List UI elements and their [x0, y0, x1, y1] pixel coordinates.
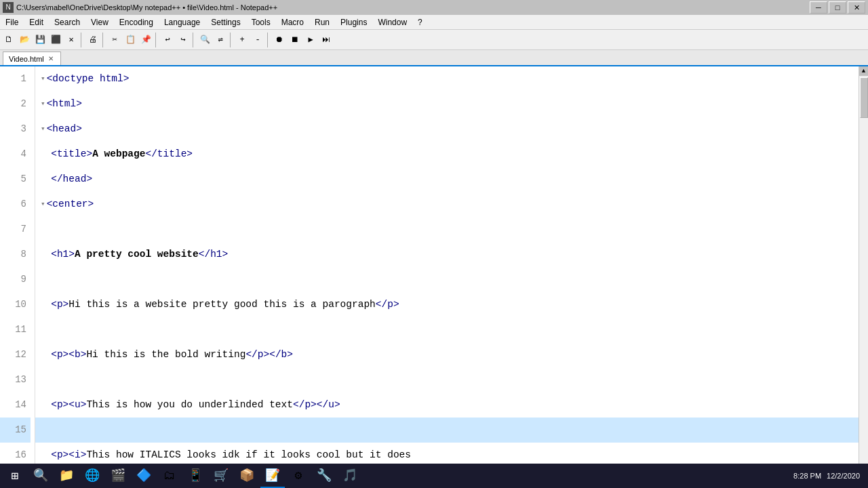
maximize-button[interactable]: □ — [829, 1, 846, 14]
fold-14 — [41, 392, 50, 418]
line-4-content: <title>A webpage</title> — [51, 142, 193, 167]
code-line-4[interactable]: <title>A webpage</title> — [35, 142, 859, 167]
fold-11 — [41, 317, 50, 342]
code-line-3[interactable]: ▾ <head> — [35, 117, 859, 142]
fold-15 — [41, 418, 50, 443]
toolbar-macro-rec[interactable]: ⏺ — [272, 33, 287, 47]
toolbar-cut[interactable]: ✂ — [107, 33, 122, 47]
code-line-2[interactable]: ▾ <html> — [35, 92, 859, 117]
minimize-button[interactable]: ─ — [810, 1, 827, 14]
menu-run[interactable]: Run — [309, 15, 335, 30]
tab-video-html[interactable]: Video.html ✕ — [3, 52, 61, 65]
toolbar-save-all[interactable]: ⬛ — [48, 33, 63, 47]
vertical-scrollbar[interactable]: ▲ — [859, 66, 868, 472]
start-button[interactable]: ⊞ — [3, 464, 27, 488]
menu-view[interactable]: View — [85, 15, 114, 30]
fold-1[interactable]: ▾ — [41, 66, 45, 92]
menu-help[interactable]: ? — [412, 15, 428, 30]
line-num-2: 2 — [0, 92, 31, 117]
toolbar-paste[interactable]: 📌 — [138, 33, 153, 47]
taskbar-app13[interactable]: 🎵 — [338, 464, 362, 488]
toolbar-macro-stop[interactable]: ⏹ — [288, 33, 302, 47]
menu-encoding[interactable]: Encoding — [114, 15, 159, 30]
scroll-up-btn[interactable]: ▲ — [859, 66, 869, 76]
fold-10 — [41, 292, 50, 317]
taskbar-app12[interactable]: 🔧 — [312, 464, 336, 488]
code-line-6[interactable]: ▾ <center> — [35, 192, 859, 217]
code-line-15[interactable] — [35, 418, 859, 443]
line-8-content: <h1>A pretty cool website</h1> — [51, 242, 228, 267]
taskbar-netflix[interactable]: 🎬 — [106, 464, 130, 488]
menu-plugins[interactable]: Plugins — [335, 15, 372, 30]
close-button[interactable]: ✕ — [848, 1, 865, 14]
code-area[interactable]: ▾ <doctype html> ▾ <html> ▾ <head> <titl… — [35, 66, 859, 472]
toolbar-macro-play[interactable]: ▶ — [303, 33, 318, 47]
fold-9 — [41, 267, 50, 292]
code-line-7[interactable] — [35, 217, 859, 242]
code-line-9[interactable] — [35, 267, 859, 292]
tab-label: Video.html — [9, 55, 44, 63]
fold-13 — [41, 367, 50, 392]
line-5-content: </head> — [51, 167, 92, 192]
title-bar: N C:\Users\mabel\OneDrive\Desktop\My not… — [0, 0, 868, 15]
toolbar-print[interactable]: 🖨 — [85, 33, 100, 47]
scroll-thumb[interactable] — [860, 77, 868, 118]
toolbar-replace[interactable]: ⇌ — [213, 33, 228, 47]
fold-3[interactable]: ▾ — [41, 117, 45, 142]
menu-settings[interactable]: Settings — [205, 15, 245, 30]
fold-4 — [41, 142, 50, 167]
taskbar-app6[interactable]: 🗂 — [157, 464, 182, 488]
window-title: C:\Users\mabel\OneDrive\Desktop\My notep… — [16, 3, 277, 12]
taskbar-notepadpp[interactable]: 📝 — [260, 464, 285, 488]
app-icon: N — [3, 2, 14, 13]
menu-bar: File Edit Search View Encoding Language … — [0, 15, 868, 30]
menu-edit[interactable]: Edit — [24, 15, 49, 30]
taskbar-app11[interactable]: ⚙ — [286, 464, 311, 488]
taskbar-search[interactable]: 🔍 — [28, 464, 53, 488]
toolbar-find[interactable]: 🔍 — [197, 33, 212, 47]
line-num-6: 6 — [0, 192, 31, 217]
code-line-1[interactable]: ▾ <doctype html> — [35, 66, 859, 92]
code-line-5[interactable]: </head> — [35, 167, 859, 192]
code-line-12[interactable]: <p><b>Hi this is the bold writing</p></b… — [35, 342, 859, 367]
toolbar-undo[interactable]: ↩ — [160, 33, 175, 47]
taskbar-chrome[interactable]: 🌐 — [80, 464, 104, 488]
code-line-10[interactable]: <p>Hi this is a website pretty good this… — [35, 292, 859, 317]
taskbar-app9[interactable]: 📦 — [235, 464, 259, 488]
sep2 — [102, 33, 105, 47]
toolbar-open[interactable]: 📂 — [17, 33, 32, 47]
taskbar-app8[interactable]: 🛒 — [209, 464, 233, 488]
fold-2[interactable]: ▾ — [41, 92, 45, 117]
menu-language[interactable]: Language — [159, 15, 205, 30]
toolbar-macro-run[interactable]: ⏭ — [319, 33, 334, 47]
menu-macro[interactable]: Macro — [276, 15, 309, 30]
toolbar-close[interactable]: ✕ — [64, 33, 79, 47]
tab-close-icon[interactable]: ✕ — [48, 55, 54, 62]
menu-file[interactable]: File — [0, 15, 24, 30]
line-12-content: <p><b>Hi this is the bold writing</p></b… — [51, 342, 293, 367]
code-line-13[interactable] — [35, 367, 859, 392]
tab-bar: Video.html ✕ — [0, 50, 868, 66]
code-line-11[interactable] — [35, 317, 859, 342]
taskbar: ⊞ 🔍 📁 🌐 🎬 🔷 🗂 📱 🛒 📦 📝 ⚙ 🔧 🎵 8:28 PM 12/2… — [0, 464, 868, 488]
fold-6[interactable]: ▾ — [41, 192, 45, 217]
line-num-10: 10 — [0, 292, 31, 317]
code-line-8[interactable]: <h1>A pretty cool website</h1> — [35, 242, 859, 267]
toolbar-new[interactable]: 🗋 — [1, 33, 16, 47]
fold-7 — [41, 217, 50, 242]
taskbar-files[interactable]: 📁 — [54, 464, 79, 488]
line-num-4: 4 — [0, 142, 31, 167]
code-line-14[interactable]: <p><u>This is how you do underlinded tex… — [35, 392, 859, 418]
line-num-7: 7 — [0, 217, 31, 242]
toolbar-zoom-out[interactable]: - — [250, 33, 265, 47]
toolbar-copy[interactable]: 📋 — [123, 33, 138, 47]
menu-search[interactable]: Search — [49, 15, 85, 30]
toolbar-save[interactable]: 💾 — [33, 33, 47, 47]
taskbar-app5[interactable]: 🔷 — [132, 464, 156, 488]
taskbar-app7[interactable]: 📱 — [183, 464, 208, 488]
menu-tools[interactable]: Tools — [246, 15, 276, 30]
menu-window[interactable]: Window — [372, 15, 412, 30]
toolbar-redo[interactable]: ↪ — [176, 33, 191, 47]
line-num-13: 13 — [0, 367, 31, 392]
toolbar-zoom-in[interactable]: + — [235, 33, 250, 47]
